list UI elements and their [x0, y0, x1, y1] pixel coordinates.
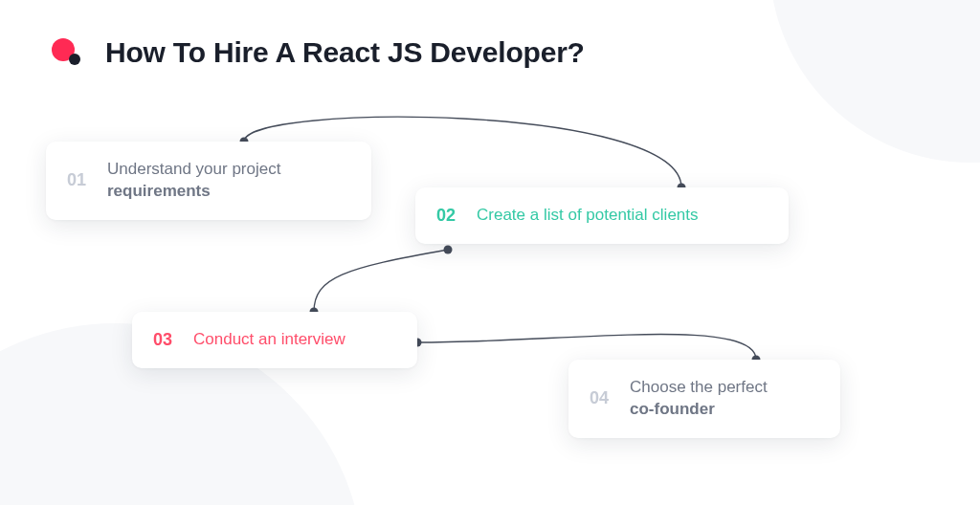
step-number: 01 — [67, 170, 92, 190]
header: How To Hire A React JS Developer? — [52, 36, 585, 69]
step-line1: Understand your project — [107, 160, 280, 178]
step-number: 03 — [153, 330, 178, 350]
step-card-3: 03 Conduct an interview — [132, 312, 417, 368]
step-card-4: 04 Choose the perfect co-founder — [568, 360, 840, 438]
logo-icon — [52, 36, 84, 69]
step-number: 02 — [436, 206, 461, 226]
step-number: 04 — [590, 388, 614, 408]
svg-point-2 — [444, 246, 453, 254]
step-text: Conduct an interview — [193, 329, 345, 351]
diagram-canvas: 01 Understand your project requirements … — [0, 0, 980, 505]
step-card-2: 02 Create a list of potential clients — [415, 187, 789, 244]
step-line2: requirements — [107, 182, 211, 200]
step-text: Understand your project requirements — [107, 159, 280, 203]
page-title: How To Hire A React JS Developer? — [105, 36, 585, 69]
step-line2: co-founder — [630, 400, 715, 418]
step-text: Choose the perfect co-founder — [630, 377, 768, 421]
step-line1: Choose the perfect — [630, 378, 768, 396]
step-card-1: 01 Understand your project requirements — [46, 142, 371, 220]
step-text: Create a list of potential clients — [477, 205, 699, 227]
